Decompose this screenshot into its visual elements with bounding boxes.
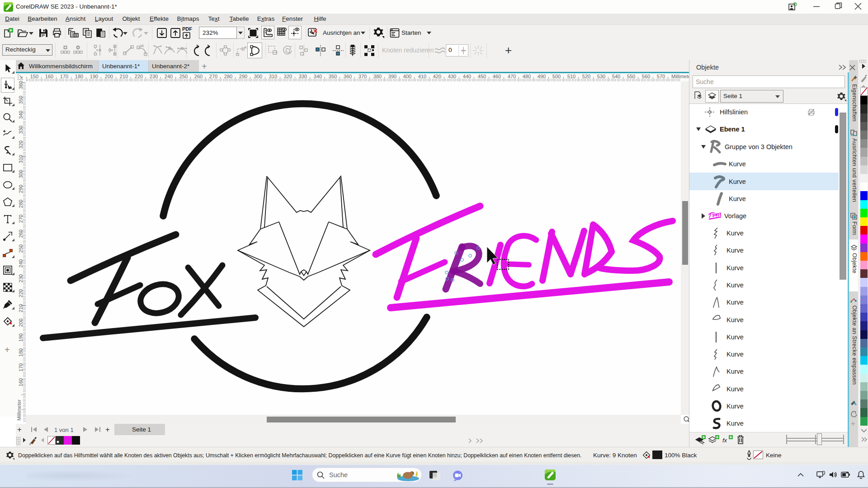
- svg-text:fx: fx: [722, 437, 727, 444]
